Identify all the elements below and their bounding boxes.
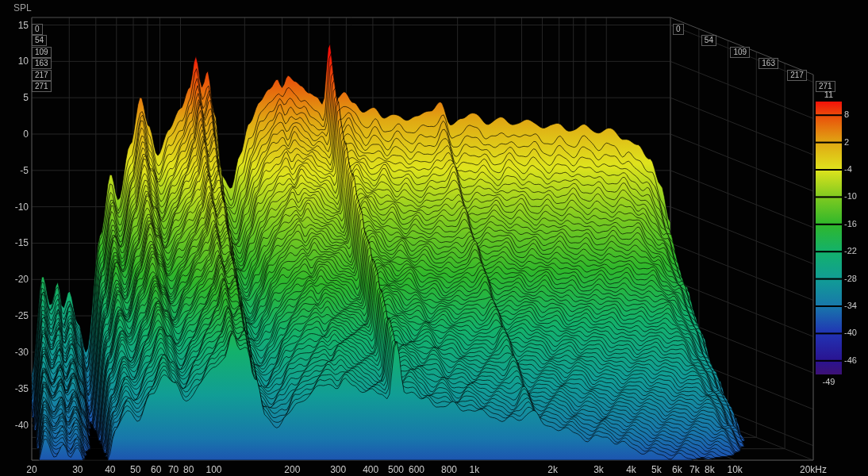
spl-axis-title: SPL <box>13 2 32 13</box>
waterfall-plot-canvas[interactable] <box>0 0 868 476</box>
waterfall-chart: 151050-5-10-15-20-25-30-35-4020304050607… <box>0 0 868 476</box>
